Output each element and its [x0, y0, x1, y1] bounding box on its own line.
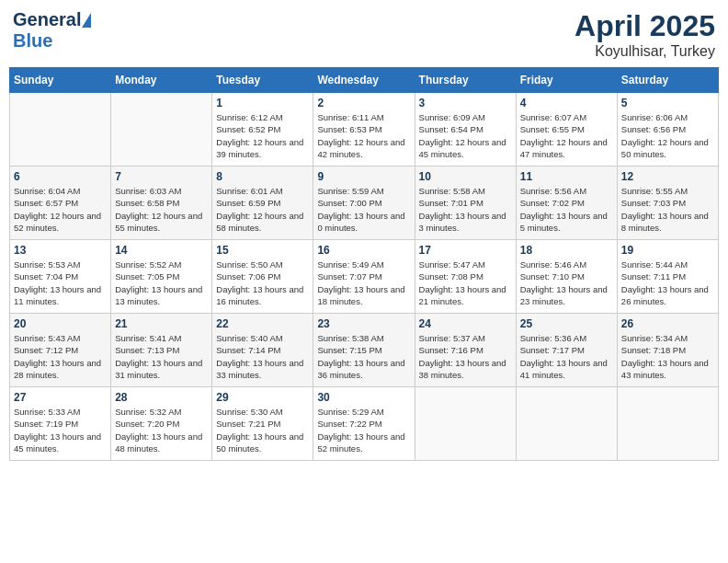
calendar-cell: 4Sunrise: 6:07 AMSunset: 6:55 PMDaylight…: [516, 93, 617, 167]
calendar-cell: 6Sunrise: 6:04 AMSunset: 6:57 PMDaylight…: [10, 167, 111, 240]
day-number: 21: [115, 317, 208, 330]
calendar-cell: 2Sunrise: 6:11 AMSunset: 6:53 PMDaylight…: [313, 93, 415, 167]
day-info: Sunrise: 6:03 AMSunset: 6:58 PMDaylight:…: [115, 185, 208, 234]
day-number: 13: [14, 244, 107, 257]
day-number: 7: [115, 170, 208, 183]
calendar-cell: [111, 93, 212, 167]
day-number: 12: [621, 170, 714, 183]
month-title: April 2025: [574, 9, 715, 43]
calendar-cell: 14Sunrise: 5:52 AMSunset: 7:05 PMDayligh…: [111, 240, 212, 314]
logo-triangle-icon: [82, 13, 91, 28]
day-number: 27: [14, 391, 107, 404]
day-info: Sunrise: 5:55 AMSunset: 7:03 PMDaylight:…: [621, 185, 714, 234]
logo-blue: Blue: [13, 30, 52, 52]
logo-general: General: [13, 9, 81, 30]
calendar-cell: 26Sunrise: 5:34 AMSunset: 7:18 PMDayligh…: [617, 314, 718, 387]
day-info: Sunrise: 6:06 AMSunset: 6:56 PMDaylight:…: [621, 111, 714, 160]
day-number: 17: [419, 244, 512, 257]
calendar-cell: 11Sunrise: 5:56 AMSunset: 7:02 PMDayligh…: [516, 167, 617, 240]
day-number: 5: [621, 97, 714, 109]
day-info: Sunrise: 6:12 AMSunset: 6:52 PMDaylight:…: [216, 111, 309, 160]
calendar-cell: 15Sunrise: 5:50 AMSunset: 7:06 PMDayligh…: [212, 240, 313, 314]
day-info: Sunrise: 5:52 AMSunset: 7:05 PMDaylight:…: [115, 259, 208, 307]
day-info: Sunrise: 6:07 AMSunset: 6:55 PMDaylight:…: [520, 111, 613, 160]
calendar-cell: 27Sunrise: 5:33 AMSunset: 7:19 PMDayligh…: [10, 387, 111, 461]
calendar-cell: 23Sunrise: 5:38 AMSunset: 7:15 PMDayligh…: [313, 314, 415, 387]
day-of-week-header: Sunday: [10, 68, 111, 93]
day-number: 29: [216, 391, 309, 404]
calendar-cell: [10, 93, 111, 167]
calendar-cell: 22Sunrise: 5:40 AMSunset: 7:14 PMDayligh…: [212, 314, 313, 387]
day-number: 10: [419, 170, 512, 183]
calendar-cell: 18Sunrise: 5:46 AMSunset: 7:10 PMDayligh…: [516, 240, 617, 314]
day-number: 22: [216, 317, 309, 330]
calendar-cell: [415, 387, 516, 461]
day-number: 18: [520, 244, 613, 257]
day-info: Sunrise: 6:04 AMSunset: 6:57 PMDaylight:…: [14, 185, 107, 234]
calendar-cell: [516, 387, 617, 461]
day-number: 2: [317, 97, 410, 109]
day-info: Sunrise: 5:53 AMSunset: 7:04 PMDaylight:…: [14, 259, 107, 307]
day-of-week-header: Tuesday: [212, 68, 313, 93]
calendar-cell: 19Sunrise: 5:44 AMSunset: 7:11 PMDayligh…: [617, 240, 718, 314]
day-number: 25: [520, 317, 613, 330]
day-info: Sunrise: 5:49 AMSunset: 7:07 PMDaylight:…: [317, 259, 410, 307]
day-info: Sunrise: 5:33 AMSunset: 7:19 PMDaylight:…: [14, 406, 107, 454]
calendar-cell: 29Sunrise: 5:30 AMSunset: 7:21 PMDayligh…: [212, 387, 313, 461]
day-number: 8: [216, 170, 309, 183]
calendar-cell: [617, 387, 718, 461]
day-number: 3: [419, 97, 512, 109]
calendar-cell: 20Sunrise: 5:43 AMSunset: 7:12 PMDayligh…: [10, 314, 111, 387]
day-number: 6: [14, 170, 107, 183]
day-info: Sunrise: 5:29 AMSunset: 7:22 PMDaylight:…: [317, 406, 410, 454]
day-number: 9: [317, 170, 410, 183]
calendar-cell: 12Sunrise: 5:55 AMSunset: 7:03 PMDayligh…: [617, 167, 718, 240]
day-of-week-header: Friday: [516, 68, 617, 93]
calendar-cell: 24Sunrise: 5:37 AMSunset: 7:16 PMDayligh…: [415, 314, 516, 387]
day-info: Sunrise: 5:41 AMSunset: 7:13 PMDaylight:…: [115, 332, 208, 381]
day-number: 20: [14, 317, 107, 330]
day-info: Sunrise: 5:50 AMSunset: 7:06 PMDaylight:…: [216, 259, 309, 307]
calendar-cell: 8Sunrise: 6:01 AMSunset: 6:59 PMDaylight…: [212, 167, 313, 240]
title-area: April 2025 Koyulhisar, Turkey: [574, 9, 715, 60]
calendar-cell: 3Sunrise: 6:09 AMSunset: 6:54 PMDaylight…: [415, 93, 516, 167]
calendar-table: SundayMondayTuesdayWednesdayThursdayFrid…: [9, 67, 719, 461]
day-number: 26: [621, 317, 714, 330]
calendar-cell: 30Sunrise: 5:29 AMSunset: 7:22 PMDayligh…: [313, 387, 415, 461]
calendar-cell: 16Sunrise: 5:49 AMSunset: 7:07 PMDayligh…: [313, 240, 415, 314]
day-number: 23: [317, 317, 410, 330]
location-title: Koyulhisar, Turkey: [574, 43, 715, 60]
header: General Blue April 2025 Koyulhisar, Turk…: [9, 9, 719, 60]
day-info: Sunrise: 6:09 AMSunset: 6:54 PMDaylight:…: [419, 111, 512, 160]
day-info: Sunrise: 5:36 AMSunset: 7:17 PMDaylight:…: [520, 332, 613, 381]
day-info: Sunrise: 5:43 AMSunset: 7:12 PMDaylight:…: [14, 332, 107, 381]
day-of-week-header: Wednesday: [313, 68, 415, 93]
calendar-cell: 1Sunrise: 6:12 AMSunset: 6:52 PMDaylight…: [212, 93, 313, 167]
day-of-week-header: Monday: [111, 68, 212, 93]
calendar-cell: 5Sunrise: 6:06 AMSunset: 6:56 PMDaylight…: [617, 93, 718, 167]
day-info: Sunrise: 5:58 AMSunset: 7:01 PMDaylight:…: [419, 185, 512, 234]
day-info: Sunrise: 5:40 AMSunset: 7:14 PMDaylight:…: [216, 332, 309, 381]
day-number: 4: [520, 97, 613, 109]
day-number: 19: [621, 244, 714, 257]
day-info: Sunrise: 5:47 AMSunset: 7:08 PMDaylight:…: [419, 259, 512, 307]
day-info: Sunrise: 5:32 AMSunset: 7:20 PMDaylight:…: [115, 406, 208, 454]
day-info: Sunrise: 5:34 AMSunset: 7:18 PMDaylight:…: [621, 332, 714, 381]
calendar-cell: 9Sunrise: 5:59 AMSunset: 7:00 PMDaylight…: [313, 167, 415, 240]
day-info: Sunrise: 6:01 AMSunset: 6:59 PMDaylight:…: [216, 185, 309, 234]
day-info: Sunrise: 5:59 AMSunset: 7:00 PMDaylight:…: [317, 185, 410, 234]
day-info: Sunrise: 5:37 AMSunset: 7:16 PMDaylight:…: [419, 332, 512, 381]
calendar-cell: 17Sunrise: 5:47 AMSunset: 7:08 PMDayligh…: [415, 240, 516, 314]
calendar-cell: 28Sunrise: 5:32 AMSunset: 7:20 PMDayligh…: [111, 387, 212, 461]
logo: General Blue: [13, 9, 91, 52]
day-of-week-header: Thursday: [415, 68, 516, 93]
day-number: 16: [317, 244, 410, 257]
calendar-cell: 21Sunrise: 5:41 AMSunset: 7:13 PMDayligh…: [111, 314, 212, 387]
day-info: Sunrise: 5:46 AMSunset: 7:10 PMDaylight:…: [520, 259, 613, 307]
day-info: Sunrise: 6:11 AMSunset: 6:53 PMDaylight:…: [317, 111, 410, 160]
day-number: 14: [115, 244, 208, 257]
day-number: 15: [216, 244, 309, 257]
day-number: 30: [317, 391, 410, 404]
day-number: 1: [216, 97, 309, 109]
calendar-cell: 13Sunrise: 5:53 AMSunset: 7:04 PMDayligh…: [10, 240, 111, 314]
